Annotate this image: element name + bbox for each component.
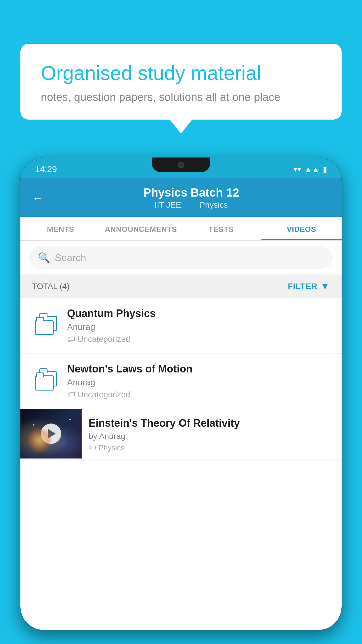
folder-front-tab <box>36 372 44 377</box>
battery-icon: ▮ <box>323 165 327 174</box>
bubble-title: Organised study material <box>41 61 321 85</box>
tab-announcements[interactable]: ANNOUNCEMENTS <box>101 217 181 240</box>
video-tag: 🏷 Physics <box>89 443 335 452</box>
star <box>33 424 34 426</box>
video-title: Einstein's Theory Of Relativity <box>89 417 335 429</box>
tag-label: Physics <box>99 443 125 452</box>
header-subtitle: IIT JEE Physics <box>52 200 330 210</box>
speech-bubble: Organised study material notes, question… <box>20 44 342 120</box>
phone-notch <box>152 158 210 172</box>
video-thumbnail <box>20 409 82 459</box>
star <box>69 419 71 420</box>
filter-label: FILTER <box>288 282 317 291</box>
search-icon: 🔍 <box>38 252 50 263</box>
search-box[interactable]: 🔍 Search <box>29 246 333 269</box>
background: Organised study material notes, question… <box>0 0 362 644</box>
item-title: Newton's Laws of Motion <box>67 363 333 375</box>
video-thumbnail-inner <box>20 409 82 459</box>
status-time: 14:29 <box>35 164 57 174</box>
item-title: Quantum Physics <box>67 307 333 320</box>
status-icons: ▾▾ ▲▲ ▮ <box>294 165 327 174</box>
item-icon-wrap <box>29 316 64 336</box>
filter-button[interactable]: FILTER ▼ <box>288 281 330 292</box>
planet <box>27 427 53 454</box>
camera <box>178 162 184 168</box>
tag-label: Uncategorized <box>78 390 130 399</box>
bubble-subtitle: notes, question papers, solutions all at… <box>41 91 321 104</box>
folder-front <box>35 375 54 391</box>
header-text: Physics Batch 12 IIT JEE Physics <box>52 186 330 210</box>
item-author: Anurag <box>67 377 333 387</box>
filter-bar: TOTAL (4) FILTER ▼ <box>20 274 342 298</box>
stars-bg <box>20 409 82 459</box>
app-header: ← Physics Batch 12 IIT JEE Physics <box>20 178 342 217</box>
header-title: Physics Batch 12 <box>52 186 330 199</box>
item-author: Anurag <box>67 322 333 332</box>
list-item-video[interactable]: Einstein's Theory Of Relativity by Anura… <box>20 409 342 461</box>
wifi-icon: ▾▾ <box>294 165 301 174</box>
item-info: Quantum Physics Anurag 🏷 Uncategorized <box>64 307 333 344</box>
folder-front <box>35 320 54 335</box>
tag-label: Uncategorized <box>78 335 130 344</box>
star <box>57 434 58 435</box>
total-count: TOTAL (4) <box>32 282 70 291</box>
item-icon-wrap <box>29 371 64 391</box>
tab-ments[interactable]: MENTS <box>20 217 101 240</box>
subtitle-sep <box>189 200 194 209</box>
tab-videos[interactable]: VIDEOS <box>261 217 342 240</box>
tab-tests[interactable]: TESTS <box>181 217 261 240</box>
item-tag: 🏷 Uncategorized <box>67 334 333 344</box>
filter-icon: ▼ <box>320 281 330 292</box>
subtitle-iitjee: IIT JEE <box>154 200 181 209</box>
item-info: Newton's Laws of Motion Anurag 🏷 Uncateg… <box>64 363 333 399</box>
folder-icon <box>35 371 58 391</box>
tag-icon: 🏷 <box>89 443 96 452</box>
back-button[interactable]: ← <box>32 192 44 204</box>
phone-wrapper: 14:29 ▾▾ ▲▲ ▮ ← Physics Batch 12 IIT JEE <box>20 158 342 644</box>
folder-back-tab <box>39 368 48 373</box>
search-placeholder: Search <box>55 252 86 263</box>
video-info: Einstein's Theory Of Relativity by Anura… <box>82 409 342 461</box>
speech-bubble-container: Organised study material notes, question… <box>20 44 342 120</box>
video-author: by Anurag <box>89 432 335 441</box>
phone-screen: 14:29 ▾▾ ▲▲ ▮ ← Physics Batch 12 IIT JEE <box>20 158 342 630</box>
item-tag: 🏷 Uncategorized <box>67 390 333 399</box>
tag-icon: 🏷 <box>67 334 75 344</box>
subtitle-physics: Physics <box>200 200 228 209</box>
list-item[interactable]: Newton's Laws of Motion Anurag 🏷 Uncateg… <box>20 354 342 409</box>
search-container: 🔍 Search <box>20 241 342 274</box>
video-list: Quantum Physics Anurag 🏷 Uncategorized <box>20 298 342 630</box>
folder-icon <box>35 316 58 336</box>
folder-back-tab <box>39 313 48 317</box>
list-item[interactable]: Quantum Physics Anurag 🏷 Uncategorized <box>20 298 342 354</box>
tabs-bar: MENTS ANNOUNCEMENTS TESTS VIDEOS <box>20 217 342 241</box>
tag-icon: 🏷 <box>67 390 75 399</box>
phone-frame: 14:29 ▾▾ ▲▲ ▮ ← Physics Batch 12 IIT JEE <box>20 158 342 630</box>
folder-front-tab <box>36 317 44 321</box>
signal-icon: ▲▲ <box>305 165 319 174</box>
